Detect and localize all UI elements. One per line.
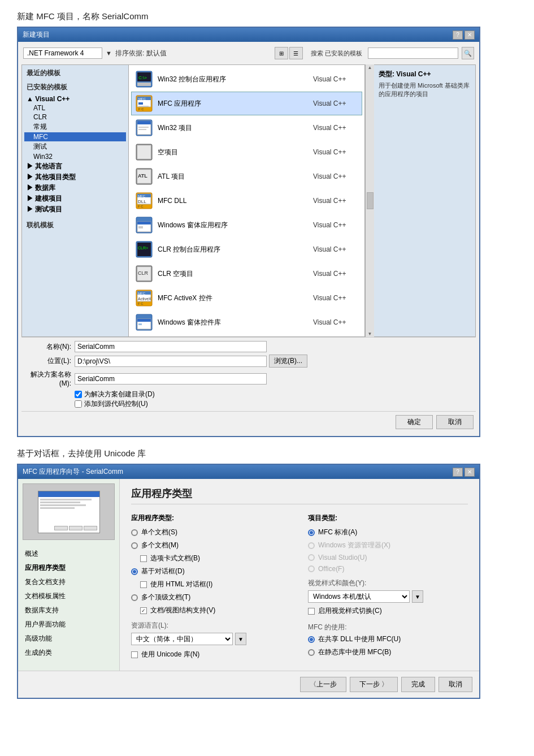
radio-visual-studio[interactable]: Visual Studio(U) (308, 554, 468, 561)
svg-text:CLR>: CLR> (138, 246, 148, 250)
grid-view-button[interactable]: ⊞ (275, 47, 288, 59)
sort-label: 排序依据: 默认值 (115, 49, 167, 58)
template-winforms[interactable]: Windows 窗体应用程序 Visual C++ (131, 213, 362, 237)
tree-clr[interactable]: CLR (24, 113, 126, 122)
template-win32-project[interactable]: Win32 项目 Visual C++ (131, 116, 362, 140)
clr-console-icon: CLR> (135, 240, 153, 258)
resource-lang-arrow[interactable]: ▼ (235, 633, 246, 645)
nav-generated-classes[interactable]: 生成的类 (18, 646, 119, 660)
tree-database[interactable]: ▶ 数据库 (24, 183, 126, 193)
tree-modeling[interactable]: ▶ 建模项目 (24, 193, 126, 204)
dialog1-footer: 名称(N): 位置(L): 浏览(B)... 解决方案名称(M): 为解决方案创… (21, 337, 476, 411)
radio-static-lib[interactable]: 在静态库中使用 MFC(B) (308, 647, 468, 657)
name-input[interactable] (75, 341, 267, 352)
location-input[interactable] (75, 356, 267, 367)
template-mfc-dll[interactable]: MFCDLLF C MFC DLL Visual C++ (131, 189, 362, 213)
radio-shared-dll[interactable]: 在共享 DLL 中使用 MFC(U) (308, 634, 468, 644)
dialog2-close-button[interactable]: ✕ (464, 468, 475, 477)
dialog2-help-button[interactable]: ? (453, 468, 463, 477)
nav-database[interactable]: 数据库支持 (18, 603, 119, 617)
radio-dialog-based[interactable]: 基于对话框(D) (131, 567, 291, 576)
checkbox-unicode-label: 使用 Unicode 库(N) (141, 650, 199, 659)
source-control-checkbox[interactable] (75, 400, 82, 408)
win32-console-icon: C:\> (135, 70, 153, 88)
radio-multi-top-indicator (131, 594, 138, 601)
close-button[interactable]: ✕ (464, 31, 475, 40)
template-mfc-activex[interactable]: MFCActiveXF C MFC ActiveX 控件 Visual C++ (131, 286, 362, 310)
radio-multi-top[interactable]: 多个顶级文档(T) (131, 593, 291, 602)
tree-other-project[interactable]: ▶ 其他项目类型 (24, 172, 126, 183)
search-input[interactable] (368, 47, 458, 59)
nav-overview[interactable]: 概述 (18, 547, 119, 561)
nav-ui-features[interactable]: 用户界面功能 (18, 617, 119, 632)
scroll-thumb[interactable] (367, 192, 374, 209)
finish-button[interactable]: 完成 (401, 677, 435, 692)
winforms-ctrl-name: Windows 窗体控件库 (158, 318, 313, 327)
tree-test[interactable]: 测试 (24, 141, 126, 152)
back-button[interactable]: 〈上一步 (300, 677, 346, 692)
template-clr-empty[interactable]: CLR CLR 空项目 Visual C++ (131, 262, 362, 286)
tree-mfc[interactable]: MFC (24, 132, 126, 141)
radio-multiple-doc[interactable]: 多个文档(M) (131, 541, 291, 550)
tree-other-lang[interactable]: ▶ 其他语言 (24, 161, 126, 172)
template-win32-console[interactable]: C:\> Win32 控制台应用程序 Visual C++ (131, 67, 362, 91)
list-view-button[interactable]: ☰ (289, 47, 303, 59)
radio-windows-explorer[interactable]: Windows 资源管理器(X) (308, 541, 468, 550)
next-button[interactable]: 下一步 〉 (350, 677, 398, 692)
svg-rect-15 (138, 129, 146, 130)
checkbox-unicode[interactable]: 使用 Unicode 库(N) (131, 650, 291, 659)
preview-line1 (40, 499, 92, 500)
project-type-label: 项目类型: (308, 513, 468, 523)
search-icon-button[interactable]: 🔍 (462, 47, 474, 59)
template-clr-console[interactable]: CLR> CLR 控制台应用程序 Visual C++ (131, 237, 362, 261)
dialog2-cancel-button[interactable]: 取消 (439, 677, 472, 692)
ok-button[interactable]: 确定 (396, 415, 433, 429)
scroll-down-arrow[interactable]: ▼ (368, 331, 372, 336)
nav-advanced[interactable]: 高级功能 (18, 632, 119, 646)
cancel-button[interactable]: 取消 (436, 415, 474, 429)
radio-dialog-based-label: 基于对话框(D) (141, 567, 185, 576)
solution-input[interactable] (75, 373, 267, 385)
preview-btn3 (84, 526, 97, 530)
center-scrollbar[interactable]: ▲ ▼ (365, 64, 374, 337)
radio-mfc-standard[interactable]: MFC 标准(A) (308, 528, 468, 537)
template-winforms-ctrl[interactable]: Windows 窗体控件库 Visual C++ (131, 310, 362, 334)
checkbox-html-dialog[interactable]: 使用 HTML 对话框(I) (131, 580, 291, 589)
visual-style-arrow[interactable]: ▼ (412, 590, 423, 603)
visual-style-select[interactable]: Windows 本机/默认 (308, 590, 410, 603)
tree-testing[interactable]: ▶ 测试项目 (24, 204, 126, 215)
preview-btn1 (54, 526, 68, 530)
nav-doc-template[interactable]: 文档模板属性 (18, 589, 119, 603)
clr-console-type: Visual C++ (313, 245, 358, 253)
clr-empty-name: CLR 空项目 (158, 269, 313, 279)
svg-rect-3 (137, 83, 151, 86)
template-empty-project[interactable]: 空项目 Visual C++ (131, 140, 362, 164)
winforms-name: Windows 窗体应用程序 (158, 221, 313, 230)
framework-dropdown[interactable]: .NET Framework 4 (23, 47, 102, 59)
resource-lang-select[interactable]: 中文（简体，中国） (131, 633, 233, 645)
radio-windows-explorer-label: Windows 资源管理器(X) (318, 541, 390, 550)
create-dir-checkbox[interactable] (75, 391, 82, 398)
tree-win32[interactable]: Win32 (24, 152, 126, 161)
app-type-label: 应用程序类型: (131, 513, 291, 523)
help-button[interactable]: ? (453, 31, 463, 40)
browse-button[interactable]: 浏览(B)... (269, 355, 307, 368)
template-mfc-app[interactable]: MFCF C MFC 应用程序 Visual C++ (131, 92, 362, 115)
preview-line4 (40, 507, 75, 509)
radio-visual-studio-label: Visual Studio(U) (318, 554, 367, 561)
checkbox-tab-doc[interactable]: 选项卡式文档(B) (131, 554, 291, 563)
nav-app-type[interactable]: 应用程序类型 (18, 561, 119, 575)
tree-atl[interactable]: ATL (24, 103, 126, 113)
tree-general[interactable]: 常规 (24, 122, 126, 132)
mfc-activex-icon: MFCActiveXF C (135, 289, 153, 307)
radio-office[interactable]: Office(F) (308, 565, 468, 573)
winforms-type: Visual C++ (313, 221, 358, 229)
checkbox2-row: 添加到源代码控制(U) (24, 399, 474, 409)
template-atl[interactable]: ATL ATL 项目 Visual C++ (131, 165, 362, 188)
nav-compound-doc[interactable]: 复合文档支持 (18, 575, 119, 589)
checkbox-style-switch[interactable]: 启用视觉样式切换(C) (308, 606, 468, 616)
checkbox-doc-view[interactable]: 文档/视图结构支持(V) (131, 606, 291, 615)
scroll-up-arrow[interactable]: ▲ (368, 65, 372, 70)
radio-single-doc[interactable]: 单个文档(S) (131, 528, 291, 537)
tree-visual-cpp[interactable]: ▲ Visual C++ (24, 94, 126, 103)
